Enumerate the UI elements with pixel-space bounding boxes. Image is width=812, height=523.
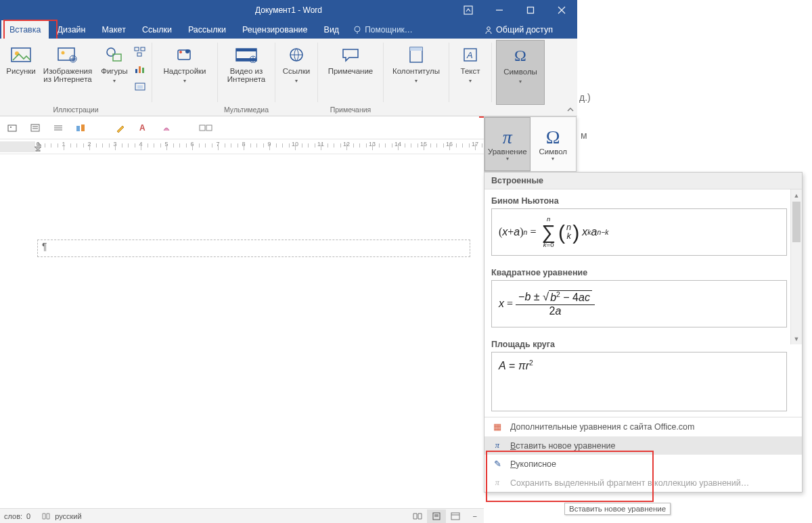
tell-me[interactable]: Помощник… [353,20,413,39]
scroll-thumb[interactable] [792,202,800,242]
comment-icon [341,44,360,66]
gallery-item-quadratic[interactable]: Квадратное уравнение x = −b ± √b2 − 4ac … [484,261,802,333]
web-layout-button[interactable] [446,509,465,523]
qat-btn-3[interactable] [50,120,66,136]
tell-me-label: Помощник… [365,25,413,35]
online-images-button[interactable]: Изображения из Интернета [39,40,96,105]
textbox-button[interactable]: A Текст ▾ [453,40,487,105]
group-label-comments: Примечания [322,105,379,116]
share-button[interactable]: Общий доступ [484,20,553,39]
zoom-out-button[interactable]: − [470,512,480,520]
shapes-button[interactable]: Фигуры ▾ [97,40,131,105]
comment-button[interactable]: Примечание [322,40,379,105]
svg-rect-44 [81,124,85,131]
svg-rect-27 [236,49,256,51]
gallery-item-label: Площадь круга [491,340,787,349]
group-label-illustrations: Иллюстрации [4,105,148,116]
scroll-down-icon[interactable]: ▼ [791,333,802,344]
collapse-ribbon-button[interactable] [566,106,574,114]
header-footer-button[interactable]: Колонтитулы ▾ [388,40,445,105]
chart-button[interactable] [133,62,148,76]
pictures-button[interactable]: Рисунки [4,40,38,105]
word-count-value: 0 [26,512,30,520]
group-media: Видео из Интернета Мультимедиа [218,39,275,116]
read-mode-button[interactable] [408,509,427,523]
ribbon-tabs: Вставка Дизайн Макет Ссылки Рассылки Рец… [0,20,577,39]
ink-equation[interactable]: ✎ Рукописное [484,455,802,474]
links-button[interactable]: Ссылки ▾ [279,40,313,105]
svg-rect-22 [137,85,143,89]
document-area[interactable]: ¶ [0,154,484,508]
window-title: Документ1 - Word [255,0,322,20]
qat-btn-7[interactable] [158,120,175,136]
svg-point-7 [487,26,491,30]
svg-rect-18 [135,69,137,73]
group-text: A Текст ▾ [449,39,491,116]
tab-design[interactable]: Дизайн [49,20,93,39]
gallery-item-circle-area[interactable]: Площадь круга A = πr2 [484,333,802,417]
person-icon [484,25,493,35]
share-label: Общий доступ [496,25,553,35]
close-button[interactable] [546,0,577,20]
gallery-item-binom[interactable]: Бином Ньютона (x + a)n = n∑k=0 (nk) xkan… [484,189,802,261]
shapes-icon [105,44,124,66]
equation-gallery: Встроенные Бином Ньютона (x + a)n = n∑k=… [484,172,803,493]
qat-btn-4[interactable] [73,120,89,136]
comment-label: Примечание [328,67,374,75]
print-layout-button[interactable] [427,509,446,523]
svg-point-36 [10,127,12,128]
header-footer-label: Колонтитулы [392,67,440,75]
svg-point-13 [107,48,115,56]
tab-layout[interactable]: Макет [94,20,134,39]
tab-mailings[interactable]: Рассылки [180,20,234,39]
tab-review[interactable]: Рецензирование [234,20,316,39]
symbols-button[interactable]: Ω Символы ▾ [496,40,545,105]
more-equations-office[interactable]: ▦ Дополнительные уравнения с сайта Offic… [484,417,802,436]
language[interactable]: русский [41,512,81,520]
addins-button[interactable]: Надстройки ▾ [156,40,213,105]
statusbar: слов: 0 русский − [0,508,484,523]
equation-button[interactable]: π Уравнение ▾ [484,117,531,171]
svg-rect-15 [135,47,139,51]
symbol-button[interactable]: Ω Символ ▾ [531,117,577,171]
qat-btn-5[interactable] [112,120,129,136]
svg-rect-43 [76,126,80,131]
save-selection-label: Сохранить выделенный фрагмент в коллекци… [510,478,749,488]
maximize-button[interactable] [515,0,546,20]
online-video-label: Видео из Интернета [222,67,271,83]
smartart-icon [134,46,146,57]
svg-rect-20 [142,68,144,73]
minimize-button[interactable] [484,0,515,20]
lightbulb-icon [353,25,362,35]
insert-new-equation[interactable]: π Вставить новое уравнение [484,436,802,455]
symbols-label: Символы [503,68,537,76]
tab-insert[interactable]: Вставка [1,20,49,39]
addins-icon [175,44,194,66]
screenshot-button[interactable] [133,79,148,94]
tooltip: Вставить новое уравнение [564,503,671,515]
word-count[interactable]: слов: 0 [4,512,30,520]
omega-icon: Ω [546,127,560,147]
qat-btn-1[interactable] [4,120,20,136]
scroll-up-icon[interactable]: ▲ [791,189,802,201]
equation-label: Уравнение [488,147,527,156]
links-label: Ссылки [283,67,311,75]
office-icon: ▦ [491,422,503,432]
gallery-footer: ▦ Дополнительные уравнения с сайта Offic… [484,417,802,492]
svg-rect-16 [141,47,145,51]
more-equations-label: Дополнительные уравнения с сайта Office.… [510,422,695,432]
svg-rect-32 [410,47,422,51]
online-video-button[interactable]: Видео из Интернета [222,40,271,105]
pilcrow-icon: ¶ [42,241,47,252]
gallery-scrollbar[interactable]: ▲ ▼ [790,189,802,344]
ribbon-display-options-button[interactable] [453,0,484,20]
qat-btn-6[interactable]: A [135,120,152,136]
qat-btn-2[interactable] [27,120,43,136]
gallery-item-label: Квадратное уравнение [491,268,787,277]
smartart-button[interactable] [133,44,148,59]
tab-view[interactable]: Вид [316,20,348,39]
tab-references[interactable]: Ссылки [134,20,180,39]
pi-icon: π [503,127,512,147]
horizontal-ruler[interactable]: 01234567891011121314151617 [0,139,484,154]
qat-btn-8[interactable] [198,120,214,136]
